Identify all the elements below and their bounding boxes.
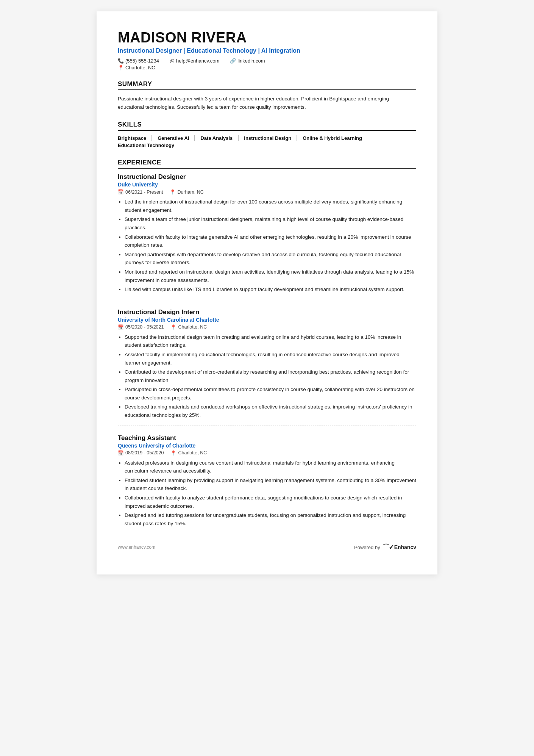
link-icon: 🔗 — [230, 58, 236, 64]
experience-section-title: EXPERIENCE — [118, 159, 416, 169]
job-title-2: Instructional Design Intern — [118, 308, 416, 316]
job-bullets-1: Led the implementation of instructional … — [118, 198, 416, 294]
job-item-1: Instructional Designer Duke University 📅… — [118, 173, 416, 300]
job-date-2: 📅 05/2020 - 05/2021 — [118, 324, 164, 330]
job-item-2: Instructional Design Intern University o… — [118, 308, 416, 426]
bullet-3-3: Collaborated with faculty to analyze stu… — [125, 494, 416, 510]
enhancv-logo-icon: ⌒✓ — [383, 543, 393, 552]
contact-row-1: 📞 (555) 555-1234 @ help@enhancv.com 🔗 li… — [118, 58, 416, 64]
phone-item: 📞 (555) 555-1234 — [118, 58, 159, 64]
job-item-3: Teaching Assistant Queens University of … — [118, 434, 416, 528]
job-meta-1: 📅 06/2021 - Present 📍 Durham, NC — [118, 189, 416, 195]
job-bullets-3: Assisted professors in designing course … — [118, 459, 416, 528]
footer: www.enhancv.com Powered by ⌒✓ Enhancv — [118, 543, 416, 552]
enhancv-brand: ⌒✓ Enhancv — [383, 543, 416, 552]
bullet-1-2: Supervised a team of three junior instru… — [125, 215, 416, 232]
job-location-3: 📍 Charlotte, NC — [170, 450, 207, 456]
bullet-1-3: Collaborated with faculty to integrate g… — [125, 233, 416, 249]
skills-section-title: SKILLS — [118, 121, 416, 131]
calendar-icon-1: 📅 — [118, 189, 124, 195]
skill-data-analysis: Data Analysis — [200, 135, 239, 141]
linkedin-url: linkedin.com — [237, 58, 265, 64]
powered-by-text: Powered by — [354, 545, 380, 550]
skills-section: SKILLS Brightspace Generative AI Data An… — [118, 121, 416, 149]
phone-icon: 📞 — [118, 58, 124, 64]
pin-icon-1: 📍 — [170, 189, 176, 195]
bullet-2-4: Participated in cross-departmental commi… — [125, 385, 416, 402]
job-company-1: Duke University — [118, 182, 416, 188]
linkedin-item: 🔗 linkedin.com — [230, 58, 265, 64]
job-meta-2: 📅 05/2020 - 05/2021 📍 Charlotte, NC — [118, 324, 416, 330]
job-company-2: University of North Carolina at Charlott… — [118, 317, 416, 323]
candidate-title: Instructional Designer | Educational Tec… — [118, 47, 416, 54]
bullet-1-5: Monitored and reported on instructional … — [125, 268, 416, 284]
resume-container: MADISON RIVERA Instructional Designer | … — [97, 11, 437, 574]
job-meta-3: 📅 08/2019 - 05/2020 📍 Charlotte, NC — [118, 450, 416, 456]
phone-number: (555) 555-1234 — [125, 58, 159, 64]
bullet-3-4: Designed and led tutoring sessions for u… — [125, 511, 416, 527]
email-item: @ help@enhancv.com — [170, 58, 219, 64]
bullet-3-2: Facilitated student learning by providin… — [125, 476, 416, 493]
summary-section-title: SUMMARY — [118, 80, 416, 90]
bullet-3-1: Assisted professors in designing course … — [125, 459, 416, 475]
email-icon: @ — [170, 58, 175, 64]
header-section: MADISON RIVERA Instructional Designer | … — [118, 30, 416, 70]
contact-row-2: 📍 Charlotte, NC — [118, 65, 416, 70]
skills-line-1: Brightspace Generative AI Data Analysis … — [118, 135, 416, 141]
location-item: 📍 Charlotte, NC — [118, 65, 155, 70]
bullet-2-1: Supported the instructional design team … — [125, 333, 416, 349]
experience-section: EXPERIENCE Instructional Designer Duke U… — [118, 159, 416, 527]
skills-rows: Brightspace Generative AI Data Analysis … — [118, 135, 416, 149]
skill-brightspace: Brightspace — [118, 135, 152, 141]
skill-generative-ai: Generative AI — [158, 135, 195, 141]
pin-icon-2: 📍 — [170, 324, 176, 330]
job-date-1: 📅 06/2021 - Present — [118, 189, 163, 195]
bullet-1-1: Led the implementation of instructional … — [125, 198, 416, 214]
job-location-2: 📍 Charlotte, NC — [170, 324, 207, 330]
summary-section: SUMMARY Passionate instructional designe… — [118, 80, 416, 111]
job-title-1: Instructional Designer — [118, 173, 416, 181]
bullet-2-3: Contributed to the development of micro-… — [125, 368, 416, 384]
location-icon: 📍 — [118, 65, 124, 70]
enhancv-brand-name: Enhancv — [394, 544, 416, 550]
calendar-icon-3: 📅 — [118, 450, 124, 456]
footer-website: www.enhancv.com — [118, 545, 155, 550]
email-address: help@enhancv.com — [176, 58, 219, 64]
job-location-1: 📍 Durham, NC — [170, 189, 203, 195]
job-date-3: 📅 08/2019 - 05/2020 — [118, 450, 164, 456]
job-company-3: Queens University of Charlotte — [118, 443, 416, 449]
calendar-icon-2: 📅 — [118, 324, 124, 330]
job-bullets-2: Supported the instructional design team … — [118, 333, 416, 419]
skill-online-hybrid: Online & Hybrid Learning — [303, 135, 367, 141]
summary-text: Passionate instructional designer with 3… — [118, 95, 416, 111]
bullet-2-2: Assisted faculty in implementing educati… — [125, 351, 416, 367]
job-title-3: Teaching Assistant — [118, 434, 416, 442]
bullet-1-6: Liaised with campus units like ITS and L… — [125, 285, 416, 294]
skill-educational-technology: Educational Technology — [118, 142, 180, 148]
footer-logo: Powered by ⌒✓ Enhancv — [354, 543, 416, 552]
bullet-2-5: Developed training materials and conduct… — [125, 403, 416, 419]
pin-icon-3: 📍 — [170, 450, 176, 456]
candidate-name: MADISON RIVERA — [118, 30, 416, 46]
skills-line-2: Educational Technology — [118, 142, 416, 148]
bullet-1-4: Managed partnerships with departments to… — [125, 250, 416, 267]
location-text: Charlotte, NC — [125, 65, 155, 70]
skill-instructional-design: Instructional Design — [244, 135, 297, 141]
